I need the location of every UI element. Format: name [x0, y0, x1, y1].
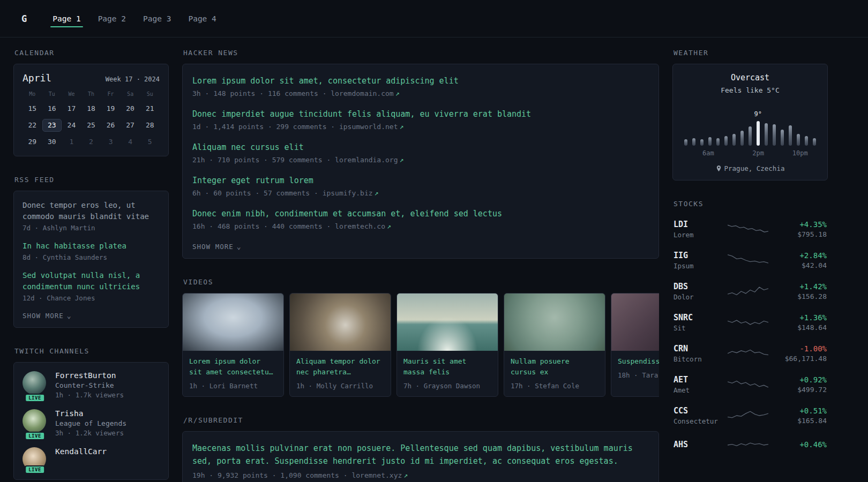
calendar-day: 2: [81, 135, 101, 148]
calendar-day: 5: [140, 135, 160, 148]
nav-tab-page-1[interactable]: Page 1: [51, 9, 81, 28]
hacker-news-widget: HACKER NEWS Lorem ipsum dolor sit amet, …: [182, 49, 659, 259]
channel-info: TrishaLeague of Legends3h · 1.2k viewers: [55, 409, 126, 437]
rss-item-title[interactable]: In hac habitasse platea: [23, 240, 160, 252]
stock-name: Lorem: [674, 231, 723, 239]
subreddit-meta-text: 19h · 9,932 points · 1,090 comments · lo…: [192, 471, 402, 479]
calendar-day: 18: [81, 102, 101, 115]
calendar-day: 17: [62, 102, 81, 115]
hn-item-meta: 6h · 60 points · 57 comments · ipsumify.…: [192, 189, 649, 197]
twitch-channel[interactable]: LIVEKendallCarr: [23, 447, 160, 471]
twitch-channel[interactable]: LIVETrishaLeague of Legends3h · 1.2k vie…: [23, 409, 160, 437]
nav-tab-page-3[interactable]: Page 3: [142, 9, 172, 28]
weather-bar: [773, 124, 776, 146]
twitch-channel-list: LIVEForrestBurtonCounter-Strike1h · 1.7k…: [23, 371, 160, 471]
page-tabs: Page 1Page 2Page 3Page 4: [51, 0, 218, 37]
twitch-channel[interactable]: LIVEForrestBurtonCounter-Strike1h · 1.7k…: [23, 371, 160, 399]
channel-info: KendallCarr: [55, 447, 107, 471]
hn-show-more-button[interactable]: SHOW MORE ⌄: [192, 243, 242, 251]
stock-symbol-block: SNRCSit: [674, 313, 723, 332]
rss-item-title[interactable]: Sed volutpat nulla nisl, a condimentum n…: [23, 270, 160, 292]
external-link-icon[interactable]: ↗: [387, 222, 391, 230]
stock-name: Consectetur: [674, 417, 723, 425]
stock-sparkline: [723, 283, 773, 299]
channel-info: ForrestBurtonCounter-Strike1h · 1.7k vie…: [55, 371, 124, 399]
stock-price: $148.64: [773, 323, 827, 332]
channel-meta: 1h · 1.7k viewers: [55, 391, 124, 399]
video-card[interactable]: Lorem ipsum dolor sit amet consectetu…1h…: [182, 293, 284, 397]
hn-item-title[interactable]: Lorem ipsum dolor sit amet, consectetur …: [192, 76, 649, 87]
video-title[interactable]: Aliquam tempor dolor nec pharetra…: [296, 356, 384, 378]
dashboard-layout: CALENDAR April Week 17 · 2024 MoTuWeThFr…: [0, 37, 868, 482]
external-link-icon[interactable]: ↗: [395, 89, 400, 97]
calendar-section-title: CALENDAR: [14, 49, 169, 57]
hn-item-title[interactable]: Aliquam nec cursus elit: [192, 142, 649, 153]
stock-symbol-block: LDILorem: [674, 220, 723, 239]
external-link-icon[interactable]: ↗: [400, 123, 404, 131]
external-link-icon[interactable]: ↗: [375, 189, 379, 197]
stock-row: CCSConsectetur+0.51%$165.84: [672, 400, 828, 431]
rss-show-more-button[interactable]: SHOW MORE ⌄: [23, 312, 72, 320]
stock-symbol: LDI: [674, 220, 723, 229]
left-column: CALENDAR April Week 17 · 2024 MoTuWeThFr…: [13, 49, 169, 482]
video-card[interactable]: Mauris sit amet massa felis7h · Grayson …: [396, 293, 498, 397]
stock-sparkline: [723, 376, 773, 393]
nav-tab-page-2[interactable]: Page 2: [97, 9, 127, 28]
avatar-image: [23, 409, 46, 433]
external-link-icon[interactable]: ↗: [400, 156, 404, 164]
stock-symbol-block: DBSDolor: [674, 282, 723, 301]
stock-price: $156.28: [773, 292, 827, 300]
calendar-day-header: Th: [81, 91, 101, 99]
stock-row: IIGIpsum+2.84%$42.04: [672, 245, 828, 276]
calendar-day: 15: [23, 102, 42, 115]
external-link-icon[interactable]: ↗: [403, 471, 408, 479]
weather-bar: [813, 138, 816, 146]
stock-price-block: +1.36%$148.64: [773, 313, 827, 332]
weather-time-label: 2pm: [752, 149, 764, 157]
weather-time-axis: 6am2pm10pm: [683, 149, 818, 157]
show-more-label: SHOW MORE: [23, 312, 64, 320]
video-meta: 1h · Lori Barnett: [189, 382, 277, 390]
video-card[interactable]: Suspendisse diam18h · Tara: [611, 293, 659, 397]
weather-temp-label: 9°: [754, 110, 762, 118]
calendar-day-header: Mo: [23, 91, 42, 99]
stock-symbol: IIG: [674, 251, 723, 260]
video-title[interactable]: Lorem ipsum dolor sit amet consectetu…: [189, 356, 277, 378]
subreddit-card: Maecenas mollis pulvinar erat non posuer…: [182, 431, 659, 482]
video-info: Suspendisse diam18h · Tara: [611, 351, 659, 386]
stock-symbol: DBS: [674, 282, 723, 291]
subreddit-post-title[interactable]: Maecenas mollis pulvinar erat non posuer…: [192, 442, 649, 468]
stock-row: DBSDolor+1.42%$156.28: [672, 276, 828, 307]
video-info: Mauris sit amet massa felis7h · Grayson …: [397, 351, 498, 396]
hn-item: Aliquam nec cursus elit21h · 710 points …: [192, 142, 649, 164]
weather-bar: [700, 139, 704, 146]
calendar-day-header: We: [62, 91, 81, 99]
video-meta: 7h · Grayson Dawson: [403, 382, 491, 390]
rss-item-title[interactable]: Donec tempor eros leo, ut commodo mauris…: [23, 200, 160, 222]
twitch-card: LIVEForrestBurtonCounter-Strike1h · 1.7k…: [13, 362, 169, 480]
video-card[interactable]: Aliquam tempor dolor nec pharetra…1h · M…: [289, 293, 391, 397]
rss-item: Sed volutpat nulla nisl, a condimentum n…: [23, 270, 160, 302]
stocks-widget: STOCKS LDILorem+4.35%$795.18IIGIpsum+2.8…: [672, 200, 828, 459]
video-thumbnail: [611, 293, 659, 351]
hn-item: Donec imperdiet augue tincidunt felis al…: [192, 109, 649, 131]
calendar-day: 27: [121, 119, 140, 132]
channel-name: ForrestBurton: [55, 371, 124, 380]
live-badge: LIVE: [25, 465, 45, 474]
stock-change: +1.42%: [773, 282, 827, 291]
stock-row: AHS+0.46%: [672, 431, 828, 459]
hn-item: Lorem ipsum dolor sit amet, consectetur …: [192, 76, 649, 97]
hn-item-title[interactable]: Integer eget rutrum lorem: [192, 175, 649, 186]
stock-row: SNRCSit+1.36%$148.64: [672, 307, 828, 338]
hn-item-title[interactable]: Donec enim nibh, condimentum et accumsan…: [192, 208, 649, 220]
video-title[interactable]: Nullam posuere cursus ex: [511, 356, 598, 378]
rss-item-meta: 7d · Ashlyn Martin: [23, 224, 160, 232]
video-title[interactable]: Mauris sit amet massa felis: [403, 356, 491, 378]
hn-item-title[interactable]: Donec imperdiet augue tincidunt felis al…: [192, 109, 649, 120]
video-title[interactable]: Suspendisse diam: [618, 356, 659, 367]
nav-tab-page-4[interactable]: Page 4: [187, 9, 217, 28]
live-badge: LIVE: [25, 394, 45, 402]
weather-bar-highlighted: [757, 121, 760, 146]
video-card[interactable]: Nullam posuere cursus ex17h · Stefan Col…: [504, 293, 605, 397]
stock-price: $165.84: [773, 417, 827, 425]
